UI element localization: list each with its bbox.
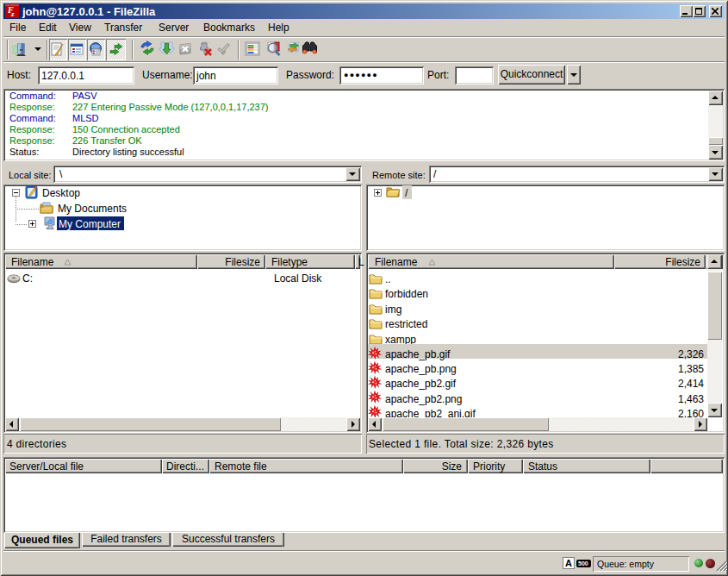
svg-text:z: z bbox=[10, 9, 15, 18]
